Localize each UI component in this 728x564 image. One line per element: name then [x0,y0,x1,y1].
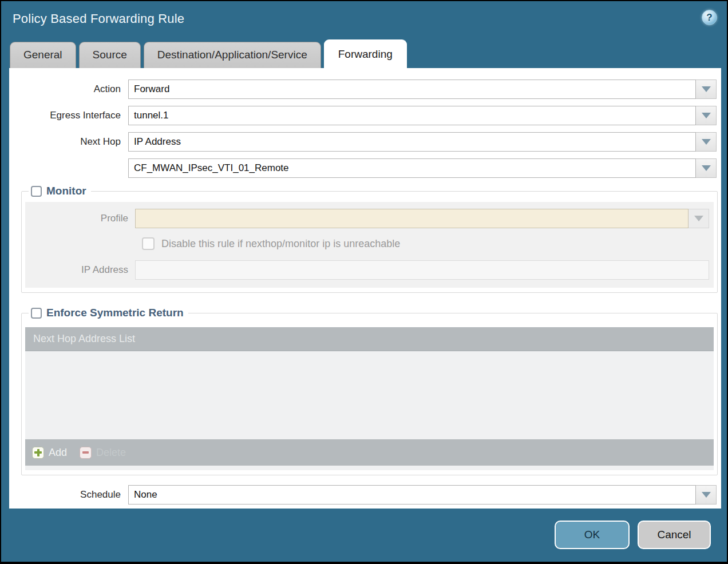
profile-dropdown-button [689,209,709,228]
egress-interface-combo [128,106,717,125]
next-hop-row: Next Hop [9,132,717,152]
grid-header: Next Hop Address List [25,327,714,351]
chevron-down-icon [702,492,711,498]
enforce-symmetric-return-checkbox[interactable] [31,308,42,319]
egress-interface-dropdown-button[interactable] [696,106,717,125]
grid-body-empty [25,351,714,439]
tab-general[interactable]: General [10,42,76,68]
chevron-down-icon [702,139,711,145]
disable-rule-checkbox [142,237,155,250]
dialog-button-bar: OK Cancel [555,521,711,549]
action-row: Action [9,80,717,99]
cancel-button[interactable]: Cancel [638,521,711,549]
ok-button[interactable]: OK [555,521,630,549]
monitor-panel: Profile Disable this rule if nexthop/mon… [25,202,714,288]
next-hop-address-list-grid: Next Hop Address List Add Delete [25,327,714,470]
minus-icon [80,447,92,459]
chevron-down-icon [702,165,711,171]
monitor-checkbox[interactable] [31,186,42,197]
enforce-symmetric-return-legend: Enforce Symmetric Return [29,307,188,319]
schedule-dropdown-button[interactable] [696,485,717,505]
forwarding-tab-panel: Action Egress Interface Next Hop [9,68,721,509]
profile-label: Profile [25,213,135,224]
enforce-symmetric-return-fieldset: Enforce Symmetric Return Next Hop Addres… [21,307,718,475]
monitor-ip-address-input [135,260,709,280]
profile-input [135,209,689,228]
next-hop-combo [128,132,717,152]
tab-destination-application-service[interactable]: Destination/Application/Service [144,42,321,68]
schedule-combo [128,485,717,505]
delete-button-label: Delete [96,447,126,459]
next-hop-address-list-column-header: Next Hop Address List [33,333,135,345]
title-bar: Policy Based Forwarding Rule ? [1,1,727,39]
action-label: Action [9,84,128,95]
egress-interface-row: Egress Interface [9,106,717,125]
chevron-down-icon [694,216,703,221]
next-hop-type-input[interactable] [128,132,696,152]
schedule-input[interactable] [128,485,696,505]
chevron-down-icon [702,113,711,118]
monitor-ip-address-label: IP Address [25,264,135,276]
chevron-down-icon [702,86,711,92]
action-input[interactable] [128,80,696,99]
tab-forwarding[interactable]: Forwarding [324,39,407,68]
schedule-row: Schedule [9,485,717,505]
egress-interface-input[interactable] [128,106,696,125]
egress-interface-label: Egress Interface [9,110,128,121]
disable-rule-label: Disable this rule if nexthop/monitor ip … [161,238,400,250]
policy-based-forwarding-dialog: Policy Based Forwarding Rule ? General S… [1,1,727,562]
monitor-legend: Monitor [29,185,91,197]
disable-rule-row: Disable this rule if nexthop/monitor ip … [142,237,709,250]
tab-source[interactable]: Source [79,42,141,68]
grid-bottom-strip [25,466,714,470]
schedule-label: Schedule [9,489,128,501]
enforce-symmetric-return-legend-label: Enforce Symmetric Return [46,307,184,319]
next-hop-address-dropdown-button[interactable] [696,158,717,178]
monitor-legend-label: Monitor [46,185,86,197]
add-button-label: Add [49,447,67,459]
next-hop-label: Next Hop [9,136,128,148]
monitor-fieldset: Monitor Profile Disable this rule if nex… [21,185,718,293]
monitor-ip-address-row: IP Address [25,260,709,280]
next-hop-address-combo [128,158,717,178]
delete-button: Delete [80,447,126,459]
add-button[interactable]: Add [32,447,67,459]
grid-toolbar: Add Delete [25,439,714,466]
profile-row: Profile [25,209,709,228]
help-icon[interactable]: ? [702,10,717,25]
dialog-title: Policy Based Forwarding Rule [13,11,184,26]
next-hop-address-row [9,158,717,178]
next-hop-dropdown-button[interactable] [696,132,717,152]
next-hop-address-input[interactable] [128,158,696,178]
tab-strip: General Source Destination/Application/S… [10,39,719,68]
action-combo [128,80,717,99]
action-dropdown-button[interactable] [696,80,717,99]
plus-icon [32,447,44,459]
